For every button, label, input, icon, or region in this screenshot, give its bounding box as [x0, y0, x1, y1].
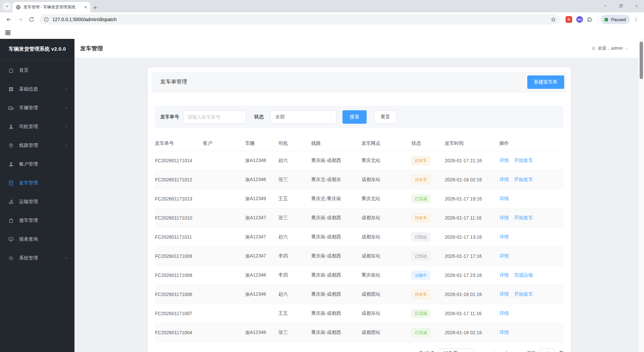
sidebar-menu: 首页 基础信息 车辆管理 司机管理	[0, 60, 74, 268]
goto-label: 前往	[527, 350, 536, 352]
tab-search-button[interactable]	[3, 2, 11, 10]
cell-actions: 详情 开始发车	[499, 291, 564, 297]
forward-button[interactable]	[15, 14, 25, 25]
sidebar-item-receive-mgmt[interactable]: 接车管理	[0, 211, 74, 230]
cell-actions: 详情 完成运输	[499, 272, 564, 278]
reset-button[interactable]: 重置	[374, 110, 397, 124]
goto-page-input[interactable]	[540, 348, 554, 352]
status-badge: 已完成	[412, 328, 430, 337]
table-row: FC202601171010 渝A12347 张三 重庆南-成都西 成都东站 待…	[155, 209, 564, 228]
table-row: FC202601171014 渝A12348 赵六 重庆南-成都西 重庆北站 待…	[155, 151, 564, 170]
page-size-select[interactable]: 10条/页	[440, 348, 474, 352]
next-page-icon[interactable]	[515, 351, 522, 352]
new-dispatch-button[interactable]: 新建发车单	[527, 75, 564, 89]
bookmarks-bar	[0, 26, 644, 39]
row-action-link[interactable]: 开始发车	[514, 215, 533, 221]
browser-tab[interactable]: 发车管理 - 车辆发货管理系统	[12, 2, 90, 12]
grid-icon	[8, 86, 14, 92]
detail-link[interactable]: 详情	[499, 330, 509, 336]
detail-link[interactable]: 详情	[499, 253, 509, 259]
col-driver: 司机	[278, 140, 311, 146]
page-number-1[interactable]: 1	[490, 349, 498, 352]
window-restore-button[interactable]	[613, 0, 629, 11]
cell-dispatch-time: 2026-01-17 21:16	[445, 158, 499, 163]
main-area: 发车管理 欢迎，admin 发车单管理 新建发车单 发车单号	[74, 39, 644, 352]
row-action-link[interactable]: 完成运输	[514, 272, 533, 278]
tab-close-icon[interactable]	[84, 5, 88, 9]
extensions-puzzle-icon[interactable]	[587, 16, 593, 22]
url-text[interactable]: 127.0.0.1:5000/admin/dispatch	[52, 17, 547, 22]
table-row: FC202601171012 渝A12346 张三 重庆北-成都东 成都东站 待…	[155, 170, 564, 189]
cell-order-no: FC202601171010	[155, 215, 203, 221]
row-action-link[interactable]: 开始发车	[514, 177, 533, 183]
sidebar-item-driver-mgmt[interactable]: 司机管理	[0, 117, 74, 136]
cell-vehicle: 渝A12346	[245, 291, 278, 297]
user-menu[interactable]: 欢迎，admin	[591, 45, 629, 51]
page-content: 发车单管理 新建发车单 发车单号 状态 全部 搜索 重置	[74, 58, 644, 352]
report-board-icon	[8, 236, 14, 242]
window-close-button[interactable]	[629, 0, 644, 11]
detail-link[interactable]: 详情	[499, 291, 509, 297]
cell-driver: 王五	[278, 196, 311, 202]
page-number-2[interactable]: 2	[503, 349, 511, 352]
address-bar[interactable]: 127.0.0.1:5000/admin/dispatch	[40, 14, 560, 24]
reload-button[interactable]	[26, 14, 37, 25]
detail-link[interactable]: 详情	[499, 234, 509, 240]
prev-page-icon[interactable]	[479, 351, 486, 352]
sidebar-item-dispatch-mgmt[interactable]: 发车管理	[0, 174, 74, 192]
sidebar-item-report-query[interactable]: 报表查询	[0, 230, 74, 249]
cell-order-no: FC202601171006	[155, 292, 203, 297]
welcome-text: 欢迎，admin	[598, 45, 623, 51]
sidebar-item-home[interactable]: 首页	[0, 61, 74, 80]
profile-paused-badge[interactable]: Paused	[601, 15, 630, 24]
detail-link[interactable]: 详情	[499, 272, 509, 278]
order-no-label: 发车单号	[160, 114, 179, 120]
total-count: 共 15 条	[419, 350, 435, 352]
cell-vehicle: 渝A12349	[245, 196, 278, 202]
apps-grid-icon[interactable]	[5, 30, 11, 36]
cell-status: 已完成	[412, 194, 445, 203]
status-badge: 待发车	[412, 290, 430, 299]
row-action-link[interactable]: 开始发车	[514, 291, 533, 297]
status-select-value: 全部	[275, 114, 285, 120]
detail-link[interactable]: 详情	[499, 177, 509, 183]
extension-red-icon[interactable]: ⚙	[566, 16, 572, 23]
sidebar-item-basic-info[interactable]: 基础信息	[0, 80, 74, 99]
table-row: FC202601171004 渝A12346 张三 重庆南-成都西 成都西站 已…	[155, 323, 564, 342]
search-button[interactable]: 搜索	[342, 110, 367, 124]
cell-order-no: FC202601171008	[155, 273, 203, 278]
bookmark-star-icon[interactable]	[550, 17, 556, 22]
cell-status: 运输中	[412, 271, 445, 280]
order-no-input[interactable]	[183, 110, 246, 124]
cell-dispatch-time: 2026-01-17 13:16	[445, 234, 499, 240]
sidebar-item-system-mgmt[interactable]: 系统管理	[0, 249, 74, 268]
detail-link[interactable]: 详情	[499, 215, 509, 221]
detail-link[interactable]: 详情	[499, 196, 509, 202]
cell-actions: 详情 开始发车	[499, 177, 564, 183]
sidebar-item-vehicle-mgmt[interactable]: 车辆管理	[0, 99, 74, 117]
scrollbar-thumb[interactable]	[640, 42, 643, 79]
browser-menu-icon[interactable]	[633, 17, 639, 22]
new-tab-button[interactable]	[93, 5, 98, 10]
sidebar-item-transport-mgmt[interactable]: 运输管理	[0, 192, 74, 211]
detail-link[interactable]: 详情	[499, 158, 509, 164]
page-size-value: 10条/页	[443, 350, 458, 352]
extension-ws-icon[interactable]: Ws	[576, 16, 583, 23]
user-icon	[8, 161, 14, 167]
user-icon	[591, 46, 596, 51]
truck-icon	[8, 105, 14, 111]
detail-link[interactable]: 详情	[499, 310, 509, 316]
cell-vehicle: 渝A12346	[245, 177, 278, 183]
cell-station: 成都东站	[362, 253, 412, 259]
cell-dispatch-time: 2026-01-17 17:16	[445, 253, 499, 259]
sidebar-item-route-mgmt[interactable]: 线路管理	[0, 136, 74, 155]
gear-icon	[8, 255, 14, 261]
window-minimize-button[interactable]	[598, 0, 613, 11]
status-select[interactable]: 全部	[270, 110, 336, 124]
sidebar-item-account-mgmt[interactable]: 账户管理	[0, 155, 74, 174]
cell-route: 重庆北-重庆南	[311, 196, 362, 202]
page-scrollbar[interactable]	[639, 39, 644, 352]
site-info-icon[interactable]	[44, 17, 49, 22]
row-action-link[interactable]: 开始发车	[514, 158, 533, 164]
back-button[interactable]	[3, 14, 14, 25]
